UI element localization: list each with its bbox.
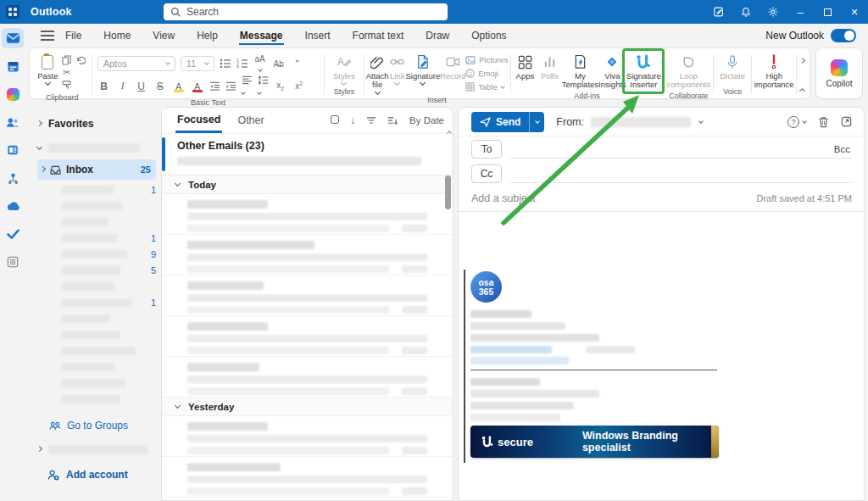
bold-icon[interactable]: B — [97, 81, 111, 92]
menu-file[interactable]: File — [64, 26, 82, 45]
ribbon-overflow-chevron[interactable] — [799, 58, 805, 64]
settings-gear-icon[interactable] — [760, 0, 787, 24]
copilot-button[interactable]: Copilot — [815, 47, 863, 99]
record-button[interactable]: Record — [440, 50, 465, 81]
menu-view[interactable]: View — [152, 26, 175, 45]
rail-onedrive-icon[interactable] — [2, 196, 24, 216]
rail-people-icon[interactable] — [2, 112, 24, 132]
undo-icon[interactable] — [75, 55, 86, 64]
folder-item[interactable] — [37, 326, 156, 342]
outdent-icon[interactable] — [209, 81, 220, 91]
feedback-icon[interactable] — [705, 0, 732, 24]
email-list-item[interactable] — [162, 235, 453, 276]
line-spacing-icon[interactable] — [258, 75, 269, 97]
cc-button[interactable]: Cc — [471, 164, 502, 183]
folder-item[interactable]: 1 — [37, 181, 156, 198]
filter-icon[interactable] — [366, 116, 376, 125]
menu-message[interactable]: Message — [239, 26, 284, 45]
email-list-item[interactable] — [162, 457, 453, 498]
new-outlook-toggle[interactable] — [831, 29, 856, 42]
send-button[interactable]: Send — [471, 112, 529, 132]
scrollbar-thumb[interactable] — [445, 175, 451, 209]
underline-icon[interactable]: U — [135, 81, 148, 92]
styles-button[interactable]: A Styles — [333, 50, 355, 85]
menu-draw[interactable]: Draw — [425, 26, 450, 45]
clear-formatting-icon[interactable]: A̶b — [272, 59, 286, 69]
move-down-icon[interactable]: ↓ — [350, 114, 355, 126]
account-header[interactable] — [37, 137, 156, 158]
quote-icon[interactable]: ” — [291, 58, 304, 70]
high-importance-button[interactable]: High importance — [754, 50, 794, 90]
highlight-color-icon[interactable]: A — [172, 81, 186, 92]
folder-item-inbox[interactable]: Inbox 25 — [37, 159, 156, 180]
email-list-item[interactable] — [162, 276, 453, 316]
rail-calendar-icon[interactable] — [2, 56, 24, 76]
folder-item[interactable] — [37, 375, 156, 391]
copy-icon[interactable] — [62, 55, 71, 65]
bullet-list-icon[interactable] — [220, 58, 231, 69]
close-button[interactable]: × — [841, 0, 868, 24]
favorites-header[interactable]: Favorites — [37, 114, 156, 134]
menu-help[interactable]: Help — [196, 26, 219, 45]
rail-copilot-icon[interactable] — [2, 84, 24, 104]
go-to-groups-link[interactable]: Go to Groups — [37, 415, 156, 436]
email-list-item[interactable] — [162, 316, 453, 357]
tab-other[interactable]: Other — [236, 109, 265, 131]
menu-insert[interactable]: Insert — [304, 26, 331, 45]
list-section-header[interactable]: Today — [162, 175, 453, 194]
rail-todo-icon[interactable] — [2, 224, 24, 244]
font-color-icon[interactable]: A — [191, 81, 204, 92]
list-scrollbar[interactable] — [445, 138, 451, 497]
folder-item[interactable] — [37, 359, 156, 375]
paste-button[interactable]: Paste — [37, 50, 58, 85]
link-button[interactable]: Link — [389, 50, 406, 85]
table-button[interactable]: Table — [465, 81, 508, 93]
discard-trash-icon[interactable] — [818, 116, 829, 128]
format-painter-icon[interactable] — [62, 81, 71, 90]
search-input[interactable]: Search — [164, 3, 448, 20]
rail-more-apps-icon[interactable] — [2, 252, 24, 272]
attach-file-button[interactable]: Attach file — [366, 50, 389, 94]
folder-item[interactable] — [37, 278, 156, 294]
indent-icon[interactable] — [225, 81, 236, 91]
folder-item[interactable] — [37, 342, 156, 359]
cc-input[interactable] — [510, 164, 852, 183]
message-body[interactable]: osa365 secure Windows Bran — [459, 212, 864, 498]
sort-icon[interactable] — [387, 116, 398, 125]
list-section-header[interactable]: Yesterday — [162, 398, 453, 416]
dictate-button[interactable]: Dictate — [715, 50, 749, 81]
minimize-button[interactable]: – — [787, 0, 814, 24]
folder-item[interactable]: 5 — [37, 262, 156, 278]
sort-by-label[interactable]: By Date — [409, 115, 444, 125]
pictures-button[interactable]: Pictures — [465, 53, 508, 66]
superscript-icon[interactable]: x2 — [292, 81, 306, 91]
tab-focused[interactable]: Focused — [175, 109, 222, 133]
align-icon[interactable] — [242, 75, 253, 97]
menu-options[interactable]: Options — [470, 26, 507, 45]
to-input[interactable]: Bcc — [510, 140, 852, 159]
rail-org-icon[interactable] — [2, 168, 24, 188]
my-templates-button[interactable]: My Templates — [561, 50, 598, 90]
email-list-item[interactable] — [162, 357, 453, 398]
second-account-header[interactable] — [37, 439, 156, 459]
menu-format-text[interactable]: Format text — [352, 26, 405, 45]
bcc-button[interactable]: Bcc — [832, 144, 852, 158]
email-list-item[interactable] — [162, 498, 453, 501]
from-dropdown-chevron[interactable] — [698, 119, 704, 124]
from-address-redacted[interactable] — [591, 117, 691, 127]
ribbon-collapse-chevron[interactable] — [799, 88, 805, 94]
other-emails-banner[interactable]: Other Emails (23) — [162, 134, 453, 175]
apps-button[interactable]: Apps — [512, 50, 537, 81]
emoji-button[interactable]: Emoji — [465, 67, 508, 80]
viva-insights-button[interactable]: Viva Insights — [598, 50, 626, 90]
subscript-icon[interactable]: x2 — [274, 81, 287, 92]
subject-input[interactable]: Add a subject — [471, 192, 536, 204]
to-button[interactable]: To — [471, 140, 502, 159]
rail-feed-icon[interactable] — [2, 140, 24, 160]
signature-button[interactable]: Signature — [406, 50, 441, 85]
folder-item[interactable] — [37, 310, 156, 326]
email-list-item[interactable] — [162, 416, 453, 457]
font-size-select[interactable]: 11 — [181, 56, 214, 71]
open-in-new-window-icon[interactable] — [841, 116, 852, 127]
folder-item[interactable]: 9 — [37, 246, 156, 262]
